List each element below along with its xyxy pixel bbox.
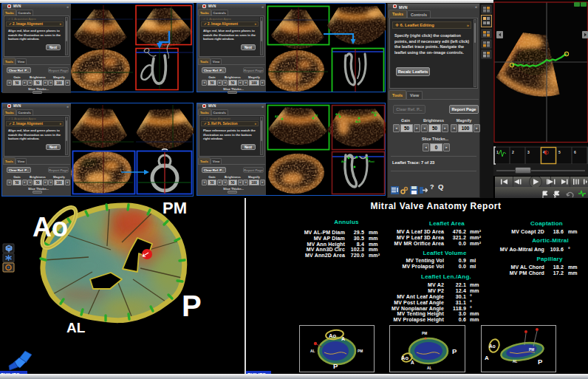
svg-text:AL: AL (310, 349, 315, 353)
svg-text:P: P (333, 362, 338, 370)
svg-text:A: A (341, 336, 345, 341)
svg-text:5: 5 (558, 150, 561, 154)
svg-text:P2: P2 (315, 115, 318, 117)
svg-text:A2: A2 (275, 115, 278, 118)
svg-text:P: P (182, 290, 202, 322)
svg-text:Post: Post (372, 112, 377, 115)
svg-text:Post: Post (369, 160, 375, 163)
svg-text:A: A (485, 355, 489, 361)
svg-text:AL: AL (513, 360, 517, 363)
svg-text:6: 6 (574, 150, 576, 154)
svg-text:AL: AL (66, 320, 86, 335)
svg-text:PM: PM (422, 332, 427, 335)
svg-text:Ant: Ant (335, 113, 341, 116)
svg-text:AoV: AoV (355, 120, 361, 123)
svg-text:Ao: Ao (489, 344, 496, 349)
svg-text:3: 3 (527, 150, 530, 154)
svg-text:PM: PM (529, 348, 534, 352)
svg-text:1: 1 (496, 150, 499, 154)
svg-text:PM: PM (358, 349, 363, 353)
svg-text:Ao: Ao (33, 212, 68, 242)
svg-text:A: A (411, 360, 414, 365)
svg-text:Ao: Ao (329, 332, 336, 339)
svg-text:2: 2 (512, 150, 514, 154)
svg-text:AL: AL (427, 366, 431, 370)
svg-text:P: P (538, 358, 543, 366)
svg-text:Ao: Ao (401, 355, 408, 361)
svg-text:PM: PM (163, 199, 187, 217)
svg-text:Ant: Ant (341, 160, 346, 163)
svg-text:P: P (452, 347, 457, 355)
